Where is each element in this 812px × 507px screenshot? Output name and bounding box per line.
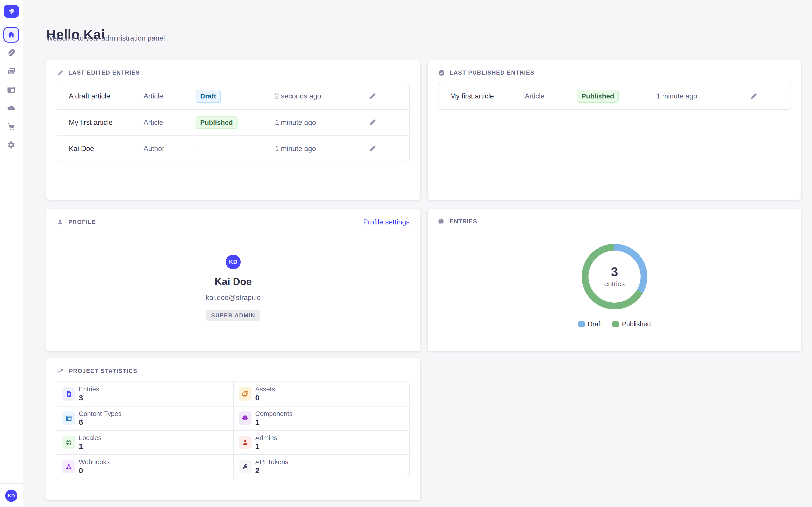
stat-locales: Locales 1	[57, 430, 233, 454]
entry-type: Author	[144, 145, 196, 153]
puzzle-icon	[239, 411, 252, 425]
stat-label: Locales	[79, 434, 101, 442]
entry-name: A draft article	[69, 92, 144, 100]
stat-label: API Tokens	[255, 458, 289, 466]
stat-api-tokens: API Tokens 2	[233, 454, 409, 478]
pencil-icon	[57, 69, 64, 76]
user-avatar[interactable]: KD	[5, 490, 17, 502]
sidebar-item-cloud[interactable]	[3, 100, 19, 116]
entry-time: 1 minute ago	[275, 118, 368, 127]
document-icon	[62, 387, 75, 401]
sidebar-footer: KD	[0, 483, 23, 507]
legend-swatch-published	[612, 321, 619, 327]
edit-entry-button[interactable]	[368, 145, 409, 153]
card-title: LAST PUBLISHED ENTRIES	[450, 69, 534, 76]
status-badge: Draft	[196, 90, 221, 103]
webhook-icon	[62, 460, 75, 474]
card-title: PROJECT STATISTICS	[69, 368, 137, 374]
entry-type: Article	[144, 92, 196, 100]
entries-chart-card: ENTRIES 3 entries Draft Publis	[428, 209, 802, 351]
profile-email: kai.doe@strapi.io	[206, 294, 261, 302]
legend-label: Published	[622, 321, 651, 328]
stat-label: Assets	[255, 386, 275, 393]
stat-value: 2	[255, 466, 289, 475]
role-badge: SUPER ADMIN	[206, 309, 260, 321]
table-row: Kai Doe Author - 1 minute ago	[57, 135, 409, 162]
entry-name: My first article	[450, 92, 525, 100]
entry-name: My first article	[69, 118, 144, 127]
stat-label: Content-Types	[79, 410, 121, 418]
entries-label: entries	[604, 280, 625, 288]
sidebar-divider	[0, 22, 23, 23]
chart-legend: Draft Published	[578, 321, 651, 328]
project-statistics-card: PROJECT STATISTICS Entries 3	[46, 358, 420, 500]
stat-admins: Admins 1	[233, 430, 409, 454]
layout-icon	[62, 411, 75, 425]
pencil-icon	[368, 145, 376, 153]
sidebar: KD	[0, 0, 23, 507]
stat-components: Components 1	[233, 406, 409, 430]
strapi-logo-button[interactable]	[4, 5, 19, 18]
table-row: My first article Article Published 1 min…	[439, 83, 791, 109]
status-badge: Published	[577, 90, 619, 103]
app: KD Hello Kai Welcome to your administrat…	[0, 0, 812, 507]
globe-icon	[62, 436, 75, 450]
edit-entry-button[interactable]	[750, 93, 790, 100]
entry-name: Kai Doe	[69, 145, 144, 153]
entry-time: 2 seconds ago	[275, 92, 368, 100]
stat-label: Admins	[255, 434, 277, 442]
sidebar-item-settings[interactable]	[3, 137, 19, 153]
sidebar-item-marketplace[interactable]	[3, 119, 19, 134]
feather-icon	[6, 48, 16, 58]
entries-donut: 3 entries	[582, 244, 647, 309]
sidebar-item-content-manager[interactable]	[3, 45, 19, 61]
sidebar-item-content-type-builder[interactable]	[3, 82, 19, 98]
last-edited-entries-card: LAST EDITED ENTRIES A draft article Arti…	[46, 60, 420, 200]
table-row: My first article Article Published 1 min…	[57, 109, 409, 135]
edit-entry-button[interactable]	[368, 118, 409, 126]
stat-entries: Entries 3	[57, 382, 233, 406]
layout-icon	[6, 85, 16, 95]
pencil-icon	[368, 93, 376, 100]
entry-type: Article	[144, 118, 196, 127]
sidebar-item-home[interactable]	[3, 27, 19, 43]
stat-label: Entries	[79, 386, 99, 393]
trend-up-icon	[57, 367, 64, 375]
pencil-icon	[750, 93, 758, 100]
profile-settings-link[interactable]: Profile settings	[363, 218, 410, 226]
status-empty: -	[196, 145, 275, 153]
page-subtitle: Welcome to your administration panel	[46, 34, 165, 42]
profile-card: PROFILE Profile settings KD Kai Doe kai.…	[46, 209, 420, 351]
check-circle-icon	[438, 69, 445, 76]
stat-value: 0	[255, 393, 275, 402]
legend-swatch-draft	[578, 321, 585, 327]
strapi-logo-icon	[7, 7, 15, 15]
picture-icon	[239, 387, 252, 401]
stat-label: Components	[255, 410, 293, 418]
last-published-table: My first article Article Published 1 min…	[438, 83, 791, 110]
entries-total: 3	[611, 266, 618, 278]
sidebar-item-media-library[interactable]	[3, 64, 19, 79]
stats-table: Entries 3 Assets 0	[57, 382, 410, 479]
stat-value: 1	[79, 442, 101, 451]
last-edited-table: A draft article Article Draft 2 seconds …	[57, 83, 410, 162]
stat-label: Webhooks	[79, 458, 110, 466]
stat-value: 0	[79, 466, 110, 475]
table-row: A draft article Article Draft 2 seconds …	[57, 83, 409, 109]
person-icon	[239, 436, 252, 450]
stat-value: 1	[255, 417, 293, 427]
stat-value: 6	[79, 417, 121, 427]
stat-content-types: Content-Types 6	[57, 406, 233, 430]
puzzle-icon	[438, 218, 445, 225]
stat-assets: Assets 0	[233, 382, 409, 406]
edit-entry-button[interactable]	[368, 93, 409, 100]
home-icon	[7, 30, 16, 39]
legend-label: Draft	[588, 321, 602, 328]
person-icon	[57, 219, 64, 225]
legend-item-published: Published	[612, 321, 651, 328]
donut-center: 3 entries	[589, 250, 641, 302]
entry-time: 1 minute ago	[275, 145, 368, 153]
cloud-icon	[6, 103, 16, 113]
profile-avatar: KD	[226, 255, 241, 269]
profile-name: Kai Doe	[215, 276, 252, 287]
